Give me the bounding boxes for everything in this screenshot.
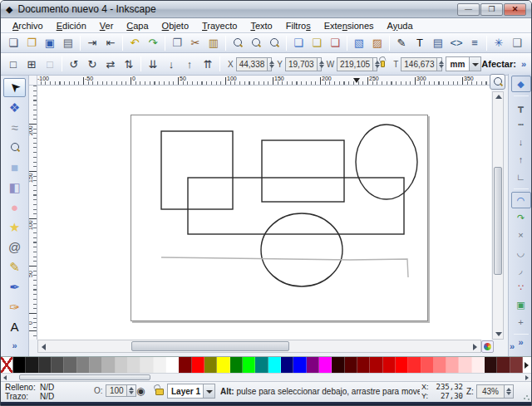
menu-ayuda[interactable]: Ayuda xyxy=(381,20,420,32)
sticky-zoom-button[interactable] xyxy=(490,74,505,90)
flip-horizontal-icon[interactable]: ⇄ xyxy=(102,56,119,72)
layer-dropdown-arrow-icon[interactable] xyxy=(203,384,214,398)
text-dialog-icon[interactable]: T xyxy=(411,35,428,51)
palette-swatch-333333[interactable] xyxy=(39,357,52,373)
box3d-tool[interactable]: ◧ xyxy=(3,178,26,197)
snap-midpoints-icon[interactable]: ∵ xyxy=(511,279,531,296)
freehand-line[interactable] xyxy=(161,257,408,277)
group-objects-icon[interactable]: ▧ xyxy=(351,35,367,51)
palette-swatch-000080[interactable] xyxy=(281,357,293,373)
controls-overflow-chevron[interactable]: » xyxy=(516,59,531,69)
vertical-scrollbar[interactable] xyxy=(492,91,504,340)
undo-icon[interactable]: ↶ xyxy=(126,35,143,51)
snap-bbox-centers-icon[interactable]: ∟ xyxy=(511,169,531,185)
canvas[interactable] xyxy=(37,86,491,340)
snap-cusp-nodes-icon[interactable]: ◡ xyxy=(511,244,531,261)
export-icon[interactable]: ⇤ xyxy=(102,35,119,51)
height-field-spinner[interactable] xyxy=(437,57,441,71)
restore-button[interactable]: ❐ xyxy=(480,3,503,16)
zoom-tool[interactable] xyxy=(3,138,26,157)
rectangle-tool[interactable]: ■ xyxy=(3,158,26,177)
palette-swatch-b3b3b3[interactable] xyxy=(102,357,115,373)
scroll-right-arrow-icon[interactable] xyxy=(473,344,477,350)
rectangle-shape[interactable] xyxy=(262,140,344,202)
snapbar-overflow-chevron[interactable]: » xyxy=(505,341,520,351)
align-dialog-icon[interactable]: ≡ xyxy=(466,35,483,51)
zoom-selection-icon[interactable] xyxy=(229,35,246,51)
palette-swatch-0000ff[interactable] xyxy=(293,357,306,373)
raise-to-top-icon[interactable]: ⇈ xyxy=(200,56,216,72)
palette-swatch-none[interactable] xyxy=(1,357,13,373)
text-tool[interactable]: A xyxy=(3,317,26,336)
palette-more-arrow-icon[interactable] xyxy=(523,357,531,373)
palette-scrollbar-thumb[interactable] xyxy=(19,374,150,380)
zoom-page-icon[interactable] xyxy=(266,35,283,51)
palette-swatch-e6e6e6[interactable] xyxy=(140,357,153,373)
resize-grip[interactable] xyxy=(523,394,530,400)
snap-paths-icon[interactable]: ↷ xyxy=(511,209,531,226)
palette-swatch-ff0000[interactable] xyxy=(396,357,408,373)
zoom-spinner[interactable] xyxy=(505,384,514,399)
redo-icon[interactable]: ↷ xyxy=(145,35,161,51)
open-document-icon[interactable]: ❐ xyxy=(23,35,40,51)
minimize-button[interactable]: — xyxy=(457,3,480,16)
palette-scrollbar[interactable] xyxy=(1,373,531,381)
layer-selector[interactable]: Layer 1 xyxy=(167,384,215,399)
zoom-field[interactable]: 43% xyxy=(476,384,505,399)
palette-swatch-666666[interactable] xyxy=(64,357,76,373)
snap-bbox-corners-icon[interactable]: ↓ xyxy=(511,134,531,150)
snap-intersections-icon[interactable]: × xyxy=(511,227,531,243)
square-shape[interactable] xyxy=(161,131,233,209)
layer-lock-icon[interactable] xyxy=(155,389,164,395)
snap-enable-icon[interactable]: ◆ xyxy=(511,76,531,92)
scroll-down-arrow-icon[interactable] xyxy=(495,332,502,336)
menu-edición[interactable]: Edición xyxy=(50,20,93,32)
pencil-tool[interactable]: ✎ xyxy=(3,257,26,276)
palette-swatch-f2f2f2[interactable] xyxy=(154,357,166,373)
close-button[interactable]: ✕ xyxy=(504,3,526,16)
menu-capa[interactable]: Capa xyxy=(120,20,155,32)
height-field[interactable]: 146,673 xyxy=(401,57,437,71)
vertical-scrollbar-thumb[interactable] xyxy=(494,167,502,275)
palette-swatch-ffaaaa[interactable] xyxy=(446,357,459,373)
palette-swatch-2b0d0d[interactable] xyxy=(485,357,497,373)
tweak-tool[interactable]: ≈ xyxy=(3,118,26,137)
layer-visibility-eye-icon[interactable]: ◉ xyxy=(136,385,145,397)
palette-swatch-ff5555[interactable] xyxy=(421,357,434,373)
raise-icon[interactable]: ↑ xyxy=(181,56,198,72)
y-field-spinner[interactable] xyxy=(318,57,322,71)
opacity-spinner[interactable] xyxy=(127,384,136,397)
menu-extensiones[interactable]: Extensiones xyxy=(318,20,381,32)
title-bar[interactable]: ◆ Documento nuevo 4 - Inkscape —❐✕ xyxy=(1,1,531,18)
palette-swatch-800000[interactable] xyxy=(357,357,370,373)
palette-swatch-008000[interactable] xyxy=(230,357,243,373)
horizontal-scrollbar[interactable] xyxy=(37,340,481,353)
layers-dialog-icon[interactable]: ▤ xyxy=(430,35,446,51)
selector-tool[interactable]: ➤ xyxy=(3,78,26,97)
menu-ver[interactable]: Ver xyxy=(93,20,121,32)
bezier-pen-tool[interactable]: ✒ xyxy=(3,277,26,296)
palette-swatch-00ffff[interactable] xyxy=(268,357,281,373)
palette-swatch-00ff00[interactable] xyxy=(243,357,255,373)
menu-objeto[interactable]: Objeto xyxy=(155,20,195,32)
menu-texto[interactable]: Texto xyxy=(244,20,278,32)
palette-swatch-ffff00[interactable] xyxy=(217,357,229,373)
copy-icon[interactable]: ❐ xyxy=(169,35,185,51)
width-field-spinner[interactable] xyxy=(373,57,377,71)
unit-dropdown-arrow-icon[interactable] xyxy=(469,57,480,71)
snap-bbox-icon[interactable]: ┳ xyxy=(511,99,531,115)
preferences-icon[interactable]: ✳ xyxy=(490,35,507,51)
snap-bbox-edges-icon[interactable]: ┅ xyxy=(511,116,531,133)
zoom-drawing-icon[interactable] xyxy=(248,35,264,51)
fill-stroke-indicator[interactable]: Relleno:N/D Trazo:N/D xyxy=(5,383,63,401)
rotate-ccw-icon[interactable]: ↺ xyxy=(66,56,82,72)
palette-swatch-ff8080[interactable] xyxy=(434,357,446,373)
palette-swatch-ff00ff[interactable] xyxy=(319,357,332,373)
import-icon[interactable]: ⇥ xyxy=(84,35,101,51)
width-field[interactable]: 219,105 xyxy=(337,57,373,71)
palette-swatch-cccccc[interactable] xyxy=(116,357,128,373)
create-clone-icon[interactable]: ❏ xyxy=(308,35,325,51)
palette-swatch-ff2a2a[interactable] xyxy=(408,357,421,373)
palette-swatch-d40000[interactable] xyxy=(383,357,396,373)
palette-swatch-800000[interactable] xyxy=(179,357,191,373)
